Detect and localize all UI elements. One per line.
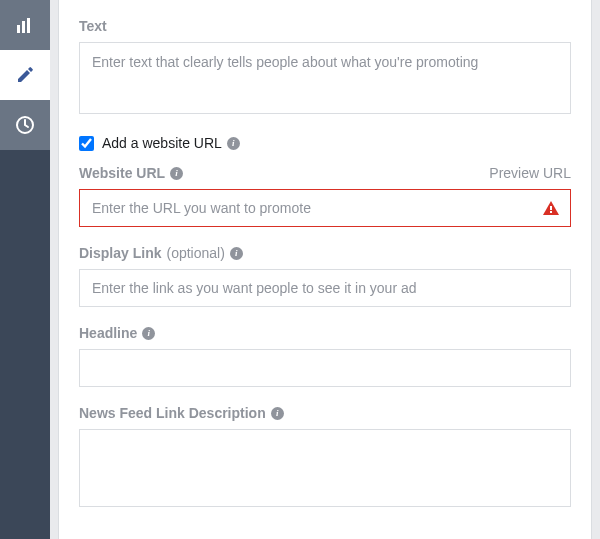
info-icon: i — [227, 137, 240, 150]
field-display-link: Display Link (optional) i — [79, 245, 571, 307]
bar-chart-icon — [15, 15, 35, 35]
svg-rect-2 — [27, 18, 30, 33]
info-icon: i — [230, 247, 243, 260]
add-url-row: Add a website URL i — [79, 135, 571, 151]
pencil-icon — [16, 66, 34, 84]
sidebar-item-history[interactable] — [0, 100, 50, 150]
field-headline: Headline i — [79, 325, 571, 387]
sidebar-item-edit[interactable] — [0, 50, 50, 100]
sidebar — [0, 0, 50, 539]
clock-icon — [15, 115, 35, 135]
headline-label: Headline i — [79, 325, 155, 341]
content-panel-wrap: Text Add a website URL i Website URL i — [50, 0, 600, 539]
newsfeed-desc-input[interactable] — [79, 429, 571, 507]
add-url-checkbox[interactable] — [79, 136, 94, 151]
field-text: Text — [79, 18, 571, 117]
newsfeed-desc-label: News Feed Link Description i — [79, 405, 284, 421]
svg-rect-0 — [17, 25, 20, 33]
info-icon: i — [170, 167, 183, 180]
sidebar-item-charts[interactable] — [0, 0, 50, 50]
content-panel: Text Add a website URL i Website URL i — [58, 0, 592, 539]
text-label: Text — [79, 18, 107, 34]
info-icon: i — [142, 327, 155, 340]
preview-url-link[interactable]: Preview URL — [489, 165, 571, 181]
website-url-label: Website URL i — [79, 165, 183, 181]
info-icon: i — [271, 407, 284, 420]
headline-input[interactable] — [79, 349, 571, 387]
text-input[interactable] — [79, 42, 571, 114]
add-url-label: Add a website URL i — [102, 135, 240, 151]
field-website-url: Website URL i Preview URL — [79, 165, 571, 227]
website-url-input[interactable] — [79, 189, 571, 227]
svg-rect-1 — [22, 21, 25, 33]
display-link-input[interactable] — [79, 269, 571, 307]
display-link-label: Display Link (optional) i — [79, 245, 243, 261]
field-newsfeed-desc: News Feed Link Description i — [79, 405, 571, 510]
